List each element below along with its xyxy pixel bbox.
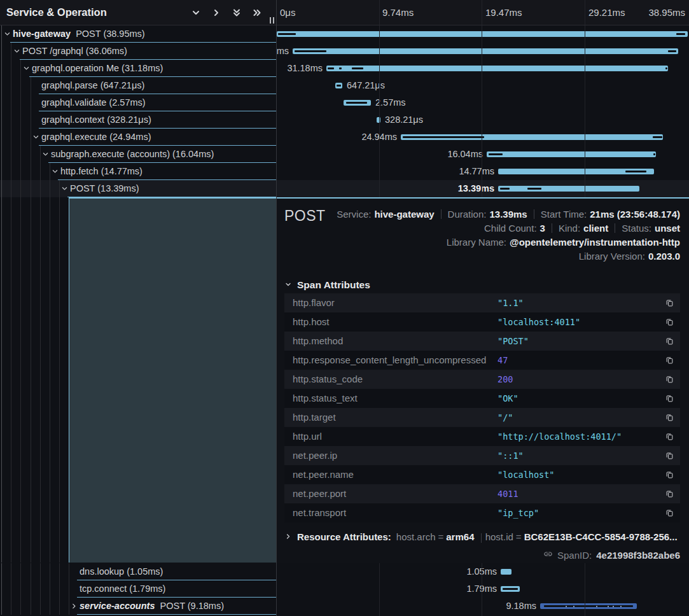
indent-guide (11, 563, 11, 580)
span-duration-label: 16.04ms (277, 146, 483, 163)
span-bar-row[interactable]: 36.06ms (277, 43, 689, 60)
span-bar[interactable] (487, 151, 656, 157)
indent-guide (1, 580, 2, 598)
span-tree-row[interactable]: subgraph.execute (accounts) (16.04ms) (0, 146, 276, 163)
span-tree-row[interactable]: graphql.validate (2.57ms) (0, 94, 276, 111)
indent-guide (50, 598, 50, 615)
span-label: graphql.parse (647.21μs) (41, 77, 144, 94)
span-bar[interactable] (326, 66, 668, 71)
span-bar[interactable] (277, 31, 688, 37)
span-tree-row[interactable]: tcp.connect (1.79ms) (0, 580, 276, 598)
copy-button[interactable] (664, 393, 674, 403)
span-duration-label: 1.05ms (277, 563, 497, 580)
span-bar-row[interactable]: 1.79ms (277, 580, 689, 598)
chevron-down-icon[interactable] (32, 129, 39, 146)
span-attributes-header[interactable]: Span Attributes (284, 279, 370, 291)
copy-button[interactable] (664, 355, 674, 365)
link-icon[interactable] (543, 549, 553, 561)
span-bar[interactable] (501, 569, 512, 575)
span-event-dot (620, 606, 622, 607)
indent-guide (11, 94, 11, 111)
span-bar[interactable] (498, 169, 654, 174)
span-bar[interactable] (293, 48, 678, 54)
span-bar-row[interactable]: 328.21μs (277, 111, 689, 129)
chevron-down-icon[interactable] (52, 163, 59, 180)
span-bar-row[interactable]: 1.05ms (277, 563, 689, 580)
chevron-down-icon[interactable] (13, 43, 20, 60)
span-bar-row[interactable] (277, 25, 689, 43)
span-bar[interactable] (401, 134, 663, 140)
indent-guide (11, 111, 11, 129)
span-bar-row[interactable]: 9.18ms (277, 598, 689, 615)
span-bar-row[interactable]: 14.77ms (277, 163, 689, 180)
span-tree-row[interactable]: graphql.context (328.21μs) (0, 111, 276, 129)
copy-button[interactable] (664, 489, 674, 499)
span-duration-label: 13.39ms (277, 180, 494, 197)
copy-button[interactable] (664, 508, 674, 518)
chevron-down-icon[interactable] (4, 25, 11, 43)
span-tree-row[interactable]: http.fetch (14.77ms) (0, 163, 276, 180)
attribute-row: net.peer.ip"::1" (284, 446, 680, 465)
span-bar[interactable] (498, 186, 639, 192)
span-label: graphql.operation Me (31.18ms) (32, 60, 163, 77)
span-tree-row[interactable]: hive-gateway POST (38.95ms) (0, 25, 276, 43)
service-operation-header: Service & Operation (0, 0, 276, 25)
chevron-down-icon[interactable] (61, 180, 68, 197)
chevron-right-icon[interactable] (211, 7, 221, 18)
span-detail-panel: POST Service:hive-gatewayDuration:13.39m… (277, 197, 689, 563)
copy-button[interactable] (664, 374, 674, 384)
span-bar[interactable] (344, 100, 371, 106)
chevron-right-icon[interactable] (71, 598, 78, 615)
chevron-down-icon (284, 279, 292, 291)
span-id-row: SpanID: 4e21998f3b82abe6 (543, 549, 680, 561)
span-tree-row[interactable]: service-accounts POST (9.18ms) (0, 598, 276, 615)
meta-label: Kind: (559, 223, 580, 234)
indent-guide (31, 129, 31, 146)
meta-line: Library Name:@opentelemetry/instrumentat… (337, 235, 680, 249)
span-bar-row[interactable]: 13.39ms (277, 180, 689, 197)
span-bar[interactable] (335, 83, 342, 88)
attribute-row: http.target"/" (284, 408, 680, 427)
copy-button[interactable] (664, 451, 674, 461)
chevron-down-icon[interactable] (23, 60, 30, 77)
indent-guide (40, 163, 41, 180)
resource-attributes-label: Resource Attributes: (297, 531, 391, 542)
indent-guide (40, 598, 41, 615)
span-bar[interactable] (377, 117, 380, 123)
indent-guide (40, 197, 41, 563)
copy-button[interactable] (664, 298, 674, 308)
span-tree-row[interactable]: graphql.parse (647.21μs) (0, 77, 276, 94)
indent-guide (50, 180, 50, 197)
span-bar[interactable] (501, 586, 520, 592)
resource-attributes-row[interactable]: Resource Attributes: host.arch=arm64 hos… (284, 531, 678, 543)
indent-guide (11, 197, 11, 563)
span-bar-row[interactable]: 16.04ms (277, 146, 689, 163)
column-resize-handle[interactable] (270, 17, 274, 24)
attribute-value: "localhost" (498, 465, 554, 484)
span-bar-row[interactable]: 2.57ms (277, 94, 689, 111)
copy-button[interactable] (664, 412, 674, 423)
axis-tick: 9.74ms (382, 0, 414, 25)
span-bar-row[interactable]: 31.18ms (277, 60, 689, 77)
chevron-down-icon[interactable] (190, 7, 201, 18)
span-bar[interactable] (540, 603, 637, 609)
indent-guide (1, 180, 2, 197)
span-tree-row[interactable]: graphql.operation Me (31.18ms) (0, 60, 276, 77)
span-tree-row[interactable]: POST /graphql (36.06ms) (0, 43, 276, 60)
copy-button[interactable] (664, 317, 674, 327)
span-bar-row[interactable]: 24.94ms (277, 129, 689, 146)
span-bar-row[interactable]: 647.21μs (277, 77, 689, 94)
span-tree-row[interactable]: POST (13.39ms) (0, 180, 276, 197)
copy-button[interactable] (664, 336, 674, 346)
attribute-key: http.response_content_length_uncompresse… (293, 351, 486, 370)
copy-button[interactable] (664, 470, 674, 480)
double-chevron-down-icon[interactable] (231, 7, 242, 18)
span-label: dns.lookup (1.05ms) (80, 563, 163, 580)
double-chevron-right-icon[interactable] (251, 7, 262, 18)
indent-guide (31, 180, 31, 197)
span-label: http.fetch (14.77ms) (60, 163, 143, 180)
chevron-down-icon[interactable] (42, 146, 49, 163)
span-tree-row[interactable]: graphql.execute (24.94ms) (0, 129, 276, 146)
copy-button[interactable] (664, 431, 674, 442)
span-tree-row[interactable]: dns.lookup (1.05ms) (0, 563, 276, 580)
